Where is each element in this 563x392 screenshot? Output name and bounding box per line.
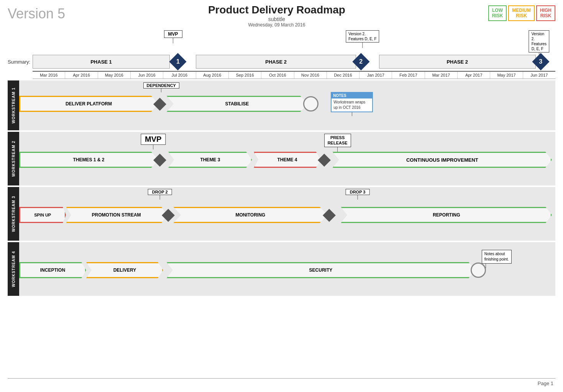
ws2-diamond-1 <box>155 156 164 165</box>
ws1-diamond-shape <box>153 98 166 111</box>
workstream-2-label-col: WORKSTREAM 2 <box>8 132 19 185</box>
workstream-3-row: WORKSTREAM 3 DROP 2 DROP 3 SPIN UP <box>8 187 555 241</box>
month-may2016: May 2016 <box>98 72 131 79</box>
month-jul2016: Jul 2016 <box>163 72 196 79</box>
spinup-task: SPIN UP <box>19 207 66 223</box>
risk-low-box: LOWRISK <box>488 5 507 21</box>
finishing-point-callout: Notes aboutfinishing point. <box>482 250 512 268</box>
workstream-1-row: WORKSTREAM 1 DEPENDENCY DELIVER PLATFORM <box>8 80 555 130</box>
summary-phases: PHASE 1 1 PHASE 2 2 PHASE 2 3 <box>33 54 555 69</box>
workstream-3-content: DROP 2 DROP 3 SPIN UP PROMOTION STREAM <box>19 187 555 241</box>
drop3-label: DROP 3 <box>346 189 370 200</box>
month-jan2017: Jan 2017 <box>359 72 392 79</box>
bottom-separator <box>8 378 555 379</box>
monitoring-task: MONITORING <box>173 207 327 223</box>
ws3-diamond-1-shape <box>162 209 175 222</box>
month-oct2016: Oct 2016 <box>261 72 294 79</box>
reporting-task: REPORTING <box>341 207 552 223</box>
page-number: Page 1 <box>538 381 553 386</box>
month-apr2017: Apr 2017 <box>458 72 490 79</box>
workstream-3-label: WORKSTREAM 3 <box>11 196 16 232</box>
delivery-task: DELIVERY <box>86 262 163 278</box>
security-task: SECURITY <box>167 262 475 278</box>
version2-label-1: Version 2.Features D, E, F <box>346 30 379 48</box>
milestone-1-label: 1 <box>172 56 184 68</box>
workstream-4-label: WORKSTREAM 4 <box>11 251 16 287</box>
risk-high-box: HIGHRISK <box>536 5 555 21</box>
workstream-2-content: MVP PRESSRELEASE THEMES 1 & 2 <box>19 132 555 185</box>
month-mar2017: Mar 2017 <box>425 72 458 79</box>
ws1-diamond-1 <box>155 100 164 109</box>
ws3-diamond-2 <box>325 211 334 220</box>
milestone-3-label: 3 <box>535 56 547 68</box>
phase2-box-1: PHASE 2 <box>196 55 356 69</box>
summary-label: Summary: <box>8 59 33 65</box>
workstream-2-row: WORKSTREAM 2 MVP PRESSRELEASE THEMES 1 &… <box>8 132 555 185</box>
mvp-floating-label: MVP <box>164 30 182 43</box>
ws3-diamond-2-shape <box>323 209 336 222</box>
workstream-4-label-col: WORKSTREAM 4 <box>8 242 19 296</box>
month-feb2017: Feb 2017 <box>392 72 425 79</box>
milestone-2-container: 2 <box>355 56 367 68</box>
risk-legend: LOWRISK MEDIUMRISK HIGHRISK <box>488 5 555 21</box>
workstream-1-label: WORKSTREAM 1 <box>11 87 16 123</box>
ws2-mvp-label: MVP <box>141 134 166 149</box>
workstream-1-content: DEPENDENCY DELIVER PLATFORM STABILISE <box>19 80 555 130</box>
risk-medium-box: MEDIUMRISK <box>508 5 535 21</box>
date-text: Wednesday, 09 March 2016 <box>65 22 488 28</box>
dependency-label: DEPENDENCY <box>143 82 179 92</box>
workstream-4-content: Notes aboutfinishing point. INCEPTION DE… <box>19 242 555 296</box>
ws2-diamond-2-shape <box>318 154 331 167</box>
month-apr2016: Apr 2016 <box>65 72 98 79</box>
summary-row: Summary: PHASE 1 1 PHASE 2 2 PHASE 2 <box>8 52 555 71</box>
phase1-box: PHASE 1 <box>33 55 170 69</box>
workstream-2-label: WORKSTREAM 2 <box>11 141 16 177</box>
summary-floating-row: MVP Version 2.Features D, E, F Version 2… <box>33 30 555 52</box>
phase2-box-2: PHASE 2 <box>379 55 536 69</box>
ws2-diamond-1-shape <box>153 154 166 167</box>
subtitle: subtitle <box>65 16 488 22</box>
ws3-diamond-1 <box>164 211 173 220</box>
ws1-circle-milestone <box>303 96 318 112</box>
page-container: Version 5 Product Delivery Roadmap subti… <box>0 0 563 392</box>
ws2-diamond-2 <box>320 156 329 165</box>
title-block: Product Delivery Roadmap subtitle Wednes… <box>65 4 488 28</box>
workstream-3-label-col: WORKSTREAM 3 <box>8 187 19 241</box>
month-dec2016: Dec 2016 <box>327 72 359 79</box>
timeline-area: MVP Version 2.Features D, E, F Version 2… <box>8 30 555 296</box>
month-sep2016: Sep 2016 <box>229 72 261 79</box>
workstream-4-row: WORKSTREAM 4 Notes aboutfinishing point.… <box>8 242 555 296</box>
milestone-3-container: 3 <box>535 56 547 68</box>
promotion-stream-task: PROMOTION STREAM <box>66 207 166 223</box>
inception-task: INCEPTION <box>19 262 86 278</box>
theme3-task: THEME 3 <box>168 152 252 168</box>
month-jun2016: Jun 2016 <box>131 72 163 79</box>
months-header: Mar 2016 Apr 2016 May 2016 Jun 2016 Jul … <box>33 71 555 79</box>
version-label: Version 5 <box>8 6 65 22</box>
header: Version 5 Product Delivery Roadmap subti… <box>8 4 555 28</box>
deliver-platform-task: DELIVER PLATFORM <box>19 96 158 112</box>
drop2-label: DROP 2 <box>148 189 172 200</box>
ws2-pressrelease-label: PRESSRELEASE <box>324 134 351 152</box>
ws1-notes-callout: NOTES Workstream wrapsup in OCT 2016 <box>331 92 373 116</box>
milestone-2-label: 2 <box>355 56 367 68</box>
month-mar2016: Mar 2016 <box>33 72 65 79</box>
continuous-improvement-task: CONTINUOUS IMPROVEMENT <box>333 152 552 168</box>
main-title: Product Delivery Roadmap <box>65 4 488 16</box>
workstream-1-label-col: WORKSTREAM 1 <box>8 80 19 130</box>
month-may2017: May 2017 <box>490 72 523 79</box>
milestone-1-container: 1 <box>172 56 184 68</box>
month-jun2017: Jun 2017 <box>523 72 555 79</box>
stabilise-task: STABILISE <box>167 96 307 112</box>
month-nov2016: Nov 2016 <box>294 72 327 79</box>
month-aug2016: Aug 2016 <box>196 72 229 79</box>
theme4-task: THEME 4 <box>254 152 321 168</box>
themes-12-task: THEMES 1 & 2 <box>19 152 158 168</box>
